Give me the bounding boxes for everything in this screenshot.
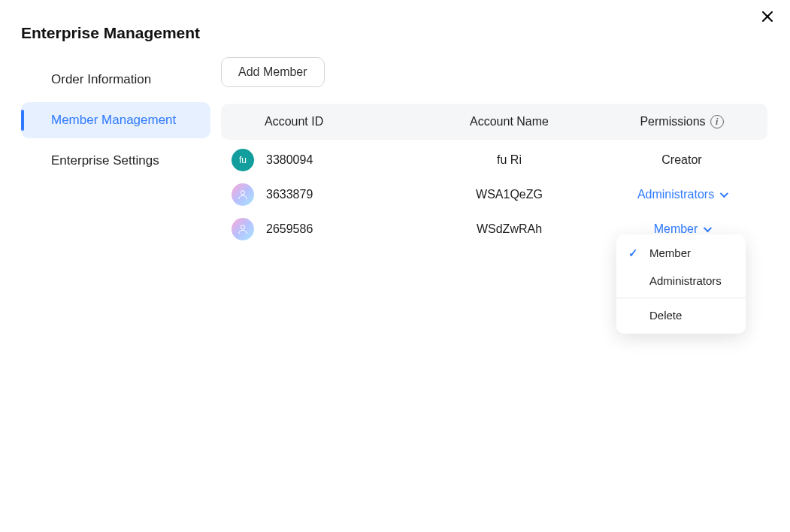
cell-account-id: fu 3380094	[232, 149, 412, 171]
cell-account-name: WSA1QeZG	[412, 188, 607, 201]
permission-dropdown-menu: Member Administrators Delete	[616, 234, 746, 334]
header-permissions-label: Permissions	[640, 115, 705, 128]
members-table: Account ID Account Name Permissions i fu…	[221, 104, 767, 246]
dropdown-option-label: Delete	[649, 309, 682, 322]
table-row: fu 3380094 fu Ri Creator	[232, 143, 757, 177]
dropdown-option-label: Member	[649, 246, 691, 259]
info-icon[interactable]: i	[710, 115, 724, 128]
permission-value: Administrators	[637, 188, 714, 201]
account-id-value: 2659586	[266, 222, 313, 236]
header-account-id: Account ID	[232, 115, 412, 128]
table-header-row: Account ID Account Name Permissions i	[221, 104, 767, 140]
dropdown-divider	[616, 298, 746, 298]
sidebar-item-label: Order Information	[51, 72, 151, 87]
cell-account-id: 3633879	[232, 183, 412, 206]
svg-point-0	[241, 191, 244, 195]
dropdown-option-administrators[interactable]: Administrators	[616, 267, 746, 295]
user-icon	[237, 223, 249, 235]
svg-point-1	[241, 225, 244, 229]
dropdown-option-member[interactable]: Member	[616, 239, 746, 267]
sidebar-item-order-information[interactable]: Order Information	[21, 62, 210, 98]
table-row: 3633879 WSA1QeZG Administrators	[232, 177, 757, 212]
close-icon	[761, 10, 774, 23]
chevron-down-icon	[704, 224, 712, 232]
add-member-button[interactable]: Add Member	[221, 57, 325, 87]
account-id-value: 3633879	[266, 188, 313, 201]
layout: Order Information Member Management Ente…	[0, 57, 790, 246]
sidebar: Order Information Member Management Ente…	[0, 57, 210, 246]
avatar: fu	[232, 149, 254, 171]
permission-value: Creator	[661, 153, 701, 167]
sidebar-item-member-management[interactable]: Member Management	[21, 102, 210, 138]
sidebar-item-enterprise-settings[interactable]: Enterprise Settings	[21, 143, 210, 179]
close-button[interactable]	[758, 8, 776, 26]
content: Add Member Account ID Account Name Permi…	[210, 57, 790, 246]
avatar	[232, 183, 254, 206]
header-permissions: Permissions i	[607, 115, 757, 128]
dropdown-option-label: Administrators	[649, 274, 722, 287]
cell-account-name: fu Ri	[412, 153, 607, 167]
header-account-name: Account Name	[412, 115, 607, 128]
cell-permission: Administrators	[607, 188, 757, 201]
cell-account-id: 2659586	[232, 218, 412, 240]
cell-account-name: WSdZwRAh	[412, 222, 607, 236]
page-title: Enterprise Management	[0, 0, 790, 42]
avatar	[232, 218, 254, 240]
user-icon	[237, 189, 249, 201]
sidebar-item-label: Member Management	[51, 113, 176, 128]
account-id-value: 3380094	[266, 153, 313, 167]
cell-permission: Creator	[607, 153, 757, 167]
permission-dropdown-trigger[interactable]: Administrators	[637, 188, 726, 201]
table-body: fu 3380094 fu Ri Creator	[221, 140, 767, 246]
dropdown-option-delete[interactable]: Delete	[616, 301, 746, 329]
chevron-down-icon	[720, 189, 728, 198]
sidebar-item-label: Enterprise Settings	[51, 153, 159, 168]
